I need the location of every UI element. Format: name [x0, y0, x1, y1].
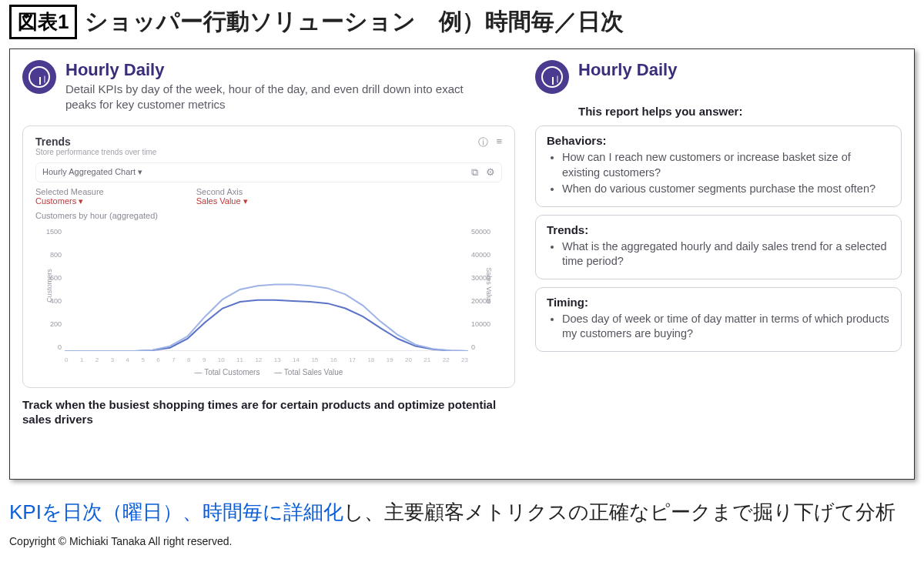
bottom-caption-rest: し、主要顧客メトリクスの正確なピークまで掘り下げて分析 [343, 500, 896, 523]
question-item: When do various customer segments purcha… [562, 182, 890, 197]
axis2-label: Second Axis [196, 187, 248, 196]
question-box: Behaviors:How can I reach new customers … [535, 125, 902, 207]
legend-customers: — Total Customers [195, 368, 260, 376]
question-item: What is the aggregated hourly and daily … [562, 239, 890, 269]
left-subheading: Detail KPIs by day of the week, hour of … [65, 82, 497, 113]
page-title: ショッパー行動ソリューション 例）時間毎／日次 [85, 6, 624, 38]
legend-sales: — Total Sales Value [274, 368, 343, 376]
axis2-dropdown[interactable]: Sales Value ▾ [196, 196, 248, 206]
card-title: Trends [35, 135, 156, 148]
question-box-title: Behaviors: [547, 134, 890, 147]
left-caption: Track when the busiest shopping times ar… [22, 397, 515, 427]
menu-icon[interactable]: ≡ [496, 135, 502, 149]
right-heading: Hourly Daily [578, 60, 677, 80]
main-panel: Hourly Daily Detail KPIs by day of the w… [9, 49, 915, 480]
question-item: How can I reach new customers or increas… [562, 150, 890, 180]
filter-icon[interactable]: ⧉ [471, 166, 478, 179]
question-box-title: Timing: [547, 296, 890, 309]
clock-icon [22, 60, 56, 94]
bottom-caption-highlight: KPIを日次（曜日）、時間毎に詳細化 [9, 500, 343, 523]
question-item: Does day of week or time of day matter i… [562, 312, 890, 342]
clock-icon [535, 60, 569, 94]
info-icon[interactable]: ⓘ [478, 135, 488, 149]
question-box: Timing:Does day of week or time of day m… [535, 287, 902, 352]
chart-type-dropdown[interactable]: Hourly Aggregated Chart ▾ [42, 167, 142, 177]
measure-dropdown[interactable]: Customers ▾ [35, 196, 104, 206]
question-box: Trends:What is the aggregated hourly and… [535, 215, 902, 279]
left-heading: Hourly Daily [65, 60, 497, 80]
measure-label: Selected Measure [35, 187, 104, 196]
gear-icon[interactable]: ⚙ [486, 166, 495, 179]
question-box-title: Trends: [547, 223, 890, 236]
copyright: Copyright © Michiaki Tanaka All right re… [9, 535, 915, 547]
trends-card: Trends Store performance trends over tim… [22, 125, 515, 388]
card-subtitle: Store performance trends over time [35, 148, 156, 156]
hourly-chart: Customers Sales Value 15008006004002000 … [35, 228, 502, 366]
right-subheading: This report helps you answer: [578, 105, 902, 118]
group-label: Customers by hour (aggregated) [35, 211, 502, 220]
bottom-caption: KPIを日次（曜日）、時間毎に詳細化し、主要顧客メトリクスの正確なピークまで掘り… [9, 498, 915, 527]
figure-badge: 図表1 [9, 5, 77, 39]
